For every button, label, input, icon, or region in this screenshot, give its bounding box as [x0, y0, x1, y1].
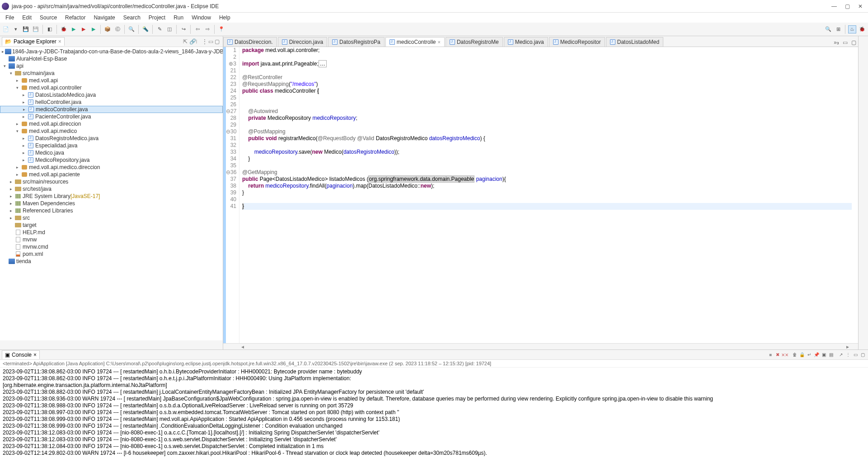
close-tab-icon[interactable]: × [438, 39, 441, 45]
console-output[interactable]: 2023-09-02T11:38:08.862-03:00 INFO 19724… [0, 368, 868, 467]
tree-item[interactable]: ▸JRE System Library [JavaSE-17] [0, 193, 223, 200]
editor-tab[interactable]: DatosListadoMed [606, 37, 663, 47]
close-icon[interactable]: × [58, 38, 61, 45]
editor-tab[interactable]: DatosRegistroPa [328, 37, 385, 47]
tree-item[interactable]: AluraHotel-Esp-Base [0, 55, 223, 62]
filter-icon[interactable]: ⁝ [196, 38, 202, 45]
word-wrap-icon[interactable]: ↵ [806, 351, 813, 359]
step-icon[interactable]: ↪ [179, 25, 188, 33]
tree-item[interactable]: ▾med.voll.api.medico [0, 127, 223, 135]
package-explorer-tab[interactable]: 📂 Package Explorer × [2, 37, 65, 46]
nav-back-icon[interactable]: ⇦ [193, 25, 202, 33]
tree-item[interactable]: tienda [0, 258, 223, 265]
minimize-view-icon[interactable]: ▭ [208, 38, 215, 45]
editor-tab[interactable]: Medico.java [504, 37, 548, 47]
tree-item[interactable]: target [0, 222, 223, 229]
tree-item[interactable]: ▾api [0, 62, 223, 70]
toggle-mark-icon[interactable]: ◫ [165, 25, 174, 33]
console-menu-icon[interactable]: ⋮ [845, 351, 852, 359]
tree-item[interactable]: ▾med.voll.api.controller [0, 84, 223, 91]
project-tree[interactable]: ▸1846-Java-y-JDBC-Trabajando-con-una-Bas… [0, 47, 223, 340]
tree-item[interactable]: ▸medicoController.java [0, 106, 223, 113]
tree-item[interactable]: ▸Especialidad.java [0, 142, 223, 149]
nav-fwd-icon[interactable]: ⇨ [203, 25, 211, 33]
tree-item[interactable]: ▸Maven Dependencies [0, 200, 223, 207]
scroll-lock-icon[interactable]: 🔒 [798, 351, 806, 359]
menu-file[interactable]: File [2, 14, 18, 22]
tree-item[interactable]: ▸med.voll.api.paciente [0, 171, 223, 178]
search-icon[interactable]: 🔦 [141, 25, 150, 33]
debug-icon[interactable]: 🐞 [60, 25, 68, 33]
close-icon[interactable]: × [33, 352, 37, 358]
editor-tab[interactable]: DatosRegistroMe [446, 37, 503, 47]
open-console-icon[interactable]: ▤ [827, 351, 835, 359]
debug-perspective-icon[interactable]: 🐞 [858, 25, 866, 33]
tree-item[interactable]: ▾src/main/java [0, 70, 223, 77]
tree-item[interactable]: ▸med.voll.api.direccion [0, 120, 223, 127]
tree-item[interactable]: ▸DatosRegistroMedico.java [0, 135, 223, 142]
save-icon[interactable]: 💾 [22, 25, 30, 33]
editor-tab[interactable]: Direccion.java [278, 37, 327, 47]
collapse-all-icon[interactable]: ⇱ [183, 38, 189, 45]
tree-scrollbar[interactable] [0, 340, 223, 349]
new-dropdown-icon[interactable]: ▾ [12, 25, 20, 33]
link-editor-icon[interactable]: 🔗 [189, 38, 196, 45]
new-icon[interactable]: 📄 [2, 25, 10, 33]
source-code[interactable]: package med.voll.api.controller; import … [239, 47, 852, 343]
editor-tab[interactable]: medicoControlle× [385, 37, 445, 47]
tree-item[interactable]: ▸helloController.java [0, 99, 223, 106]
tree-item[interactable]: mvnw [0, 236, 223, 243]
run-icon[interactable]: ▶ [70, 25, 78, 33]
minimize-console-icon[interactable]: ▭ [852, 351, 859, 359]
editor-tab[interactable]: MedicoRepositor [549, 37, 605, 47]
toggle-icon[interactable]: ◧ [46, 25, 54, 33]
tree-item[interactable]: ▸1846-Java-y-JDBC-Trabajando-con-una-Bas… [0, 48, 223, 55]
menu-refactor[interactable]: Refactor [61, 14, 89, 22]
overview-ruler[interactable] [852, 47, 858, 343]
pin-icon[interactable]: 📍 [217, 25, 225, 33]
tree-item[interactable]: ▸Medico.java [0, 149, 223, 156]
wand-icon[interactable]: ✎ [155, 25, 164, 33]
menu-source[interactable]: Source [36, 14, 61, 22]
tree-item[interactable]: mvnw.cmd [0, 243, 223, 250]
terminate-icon[interactable]: ■ [767, 351, 774, 359]
tab-overflow-icon[interactable]: »₃ [832, 38, 841, 47]
view-menu-icon[interactable]: ⋮ [202, 38, 208, 45]
maximize-button[interactable]: ▢ [845, 3, 850, 9]
tree-item[interactable]: ▸PacienteController.java [0, 113, 223, 120]
maximize-console-icon[interactable]: ▢ [859, 351, 866, 359]
tree-item[interactable]: ▸med.voll.api.medico.direccion [0, 164, 223, 171]
tree-item[interactable]: pom.xml [0, 250, 223, 258]
open-type-icon[interactable]: 🔍 [127, 25, 136, 33]
tree-item[interactable]: ▸med.voll.api [0, 77, 223, 84]
tree-item[interactable]: ▸src/test/java [0, 185, 223, 193]
tree-item[interactable]: ▸DatosListadoMedico.java [0, 91, 223, 99]
maximize-editor-icon[interactable]: ▢ [849, 38, 858, 47]
coverage-icon[interactable]: ▶ [80, 25, 88, 33]
menu-project[interactable]: Project [145, 14, 169, 22]
maximize-view-icon[interactable]: ▢ [215, 38, 221, 45]
tree-item[interactable]: ▸MedicoRepository.java [0, 156, 223, 164]
console-tab[interactable]: ▣ Console × [2, 350, 40, 359]
minimize-button[interactable]: — [831, 3, 837, 9]
new-class-icon[interactable]: Ⓒ [113, 25, 122, 33]
tree-item[interactable]: HELP.md [0, 229, 223, 236]
new-console-icon[interactable]: ↗ [837, 351, 845, 359]
run-config-icon[interactable]: ▶ [89, 25, 98, 33]
menu-run[interactable]: Run [170, 14, 187, 22]
display-console-icon[interactable]: ▣ [820, 351, 827, 359]
menu-help[interactable]: Help [216, 14, 234, 22]
minimize-editor-icon[interactable]: ▭ [841, 38, 849, 47]
new-package-icon[interactable]: 📦 [103, 25, 112, 33]
search-toolbar-icon[interactable]: 🔍 [824, 25, 832, 33]
open-perspective-icon[interactable]: ⊞ [834, 25, 842, 33]
editor-body[interactable]: 12⊕3212223242526⊖272829⊖303132333435⊖363… [223, 47, 858, 343]
clear-console-icon[interactable]: 🗑 [791, 351, 798, 359]
editor-tab[interactable]: DatosDireccion. [223, 37, 277, 47]
remove-launch-icon[interactable]: ✖ [774, 351, 781, 359]
menu-search[interactable]: Search [120, 14, 144, 22]
menu-window[interactable]: Window [188, 14, 215, 22]
menu-navigate[interactable]: Navigate [90, 14, 118, 22]
menu-edit[interactable]: Edit [19, 14, 35, 22]
tree-item[interactable]: ▸Referenced Libraries [0, 207, 223, 214]
